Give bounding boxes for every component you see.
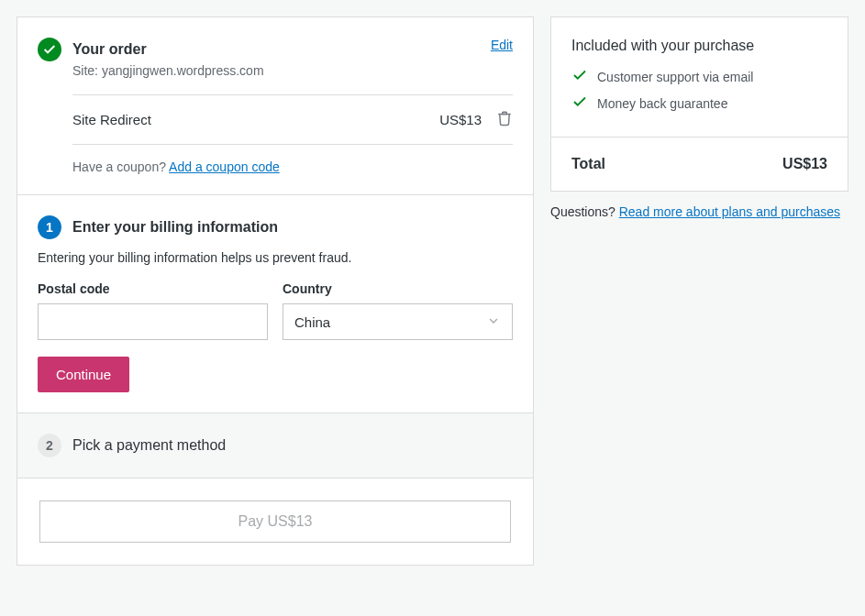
check-circle-icon bbox=[38, 38, 61, 61]
included-item: Customer support via email bbox=[571, 67, 827, 86]
step-1-badge: 1 bbox=[38, 215, 61, 239]
total-value: US$13 bbox=[782, 156, 827, 172]
country-value: China bbox=[294, 314, 330, 330]
questions-prompt: Questions? bbox=[550, 204, 619, 219]
edit-order-link[interactable]: Edit bbox=[491, 38, 513, 52]
country-label: Country bbox=[283, 281, 513, 296]
payment-section: 2 Pick a payment method bbox=[17, 413, 533, 478]
step-2-badge: 2 bbox=[38, 434, 61, 457]
billing-title: Enter your billing information bbox=[72, 215, 513, 239]
order-item-row: Site Redirect US$13 bbox=[72, 94, 513, 144]
payment-title: Pick a payment method bbox=[72, 434, 513, 457]
included-item: Money back guarantee bbox=[571, 94, 827, 113]
postal-label: Postal code bbox=[38, 281, 268, 296]
included-item-label: Customer support via email bbox=[597, 70, 753, 84]
check-icon bbox=[571, 67, 588, 86]
pay-footer: Pay US$13 bbox=[17, 478, 533, 565]
billing-helper: Entering your billing information helps … bbox=[38, 250, 513, 265]
order-site: Site: yangjingwen.wordpress.com bbox=[72, 63, 480, 78]
included-item-label: Money back guarantee bbox=[597, 96, 727, 111]
questions-row: Questions? Read more about plans and pur… bbox=[550, 204, 848, 219]
included-box: Included with your purchase Customer sup… bbox=[551, 17, 848, 138]
chevron-down-icon bbox=[486, 314, 501, 331]
coupon-row: Have a coupon? Add a coupon code bbox=[72, 144, 513, 174]
included-title: Included with your purchase bbox=[571, 38, 827, 54]
order-item-name: Site Redirect bbox=[72, 112, 439, 127]
pay-button: Pay US$13 bbox=[39, 500, 511, 543]
total-label: Total bbox=[571, 156, 605, 172]
country-select[interactable]: China bbox=[283, 303, 513, 340]
postal-input[interactable] bbox=[38, 303, 268, 340]
check-icon bbox=[571, 94, 588, 113]
order-item-price: US$13 bbox=[439, 112, 482, 127]
order-section: Your order Site: yangjingwen.wordpress.c… bbox=[17, 17, 533, 195]
order-title: Your order bbox=[72, 38, 480, 61]
coupon-prompt: Have a coupon? bbox=[72, 160, 169, 174]
billing-section: 1 Enter your billing information Enterin… bbox=[17, 195, 533, 413]
continue-button[interactable]: Continue bbox=[38, 357, 129, 392]
total-row: Total US$13 bbox=[551, 138, 848, 191]
add-coupon-link[interactable]: Add a coupon code bbox=[169, 160, 280, 174]
questions-link[interactable]: Read more about plans and purchases bbox=[619, 204, 840, 219]
trash-icon[interactable] bbox=[496, 110, 513, 129]
